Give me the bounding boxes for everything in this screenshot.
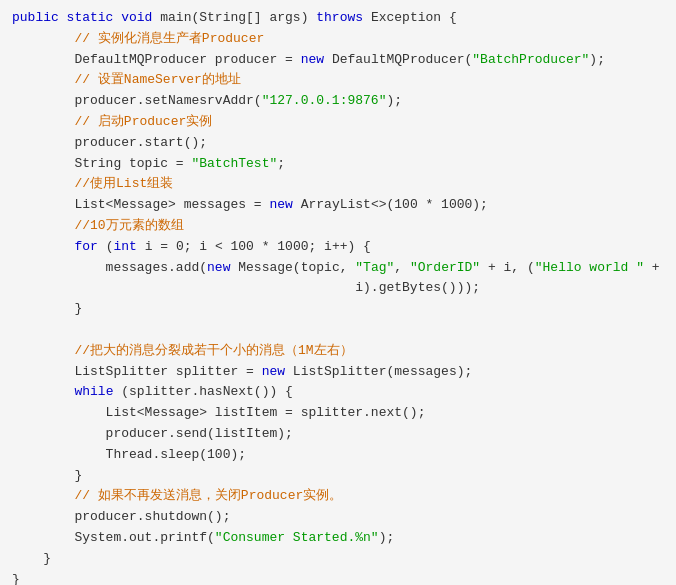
code-token: + bbox=[644, 260, 660, 275]
code-token: // 如果不再发送消息，关闭Producer实例。 bbox=[74, 488, 342, 503]
code-line: producer.start(); bbox=[12, 133, 664, 154]
code-token: List<Message> listItem = splitter.next()… bbox=[12, 405, 425, 420]
code-token: // 实例化消息生产者Producer bbox=[74, 31, 264, 46]
code-line: while (splitter.hasNext()) { bbox=[12, 382, 664, 403]
code-line: List<Message> messages = new ArrayList<>… bbox=[12, 195, 664, 216]
code-token: i).getBytes())); bbox=[12, 280, 480, 295]
code-token: while bbox=[74, 384, 121, 399]
code-line: // 启动Producer实例 bbox=[12, 112, 664, 133]
code-token: DefaultMQProducer producer = bbox=[12, 52, 301, 67]
code-token: (splitter.hasNext()) { bbox=[121, 384, 293, 399]
code-token bbox=[12, 218, 74, 233]
code-line: producer.send(listItem); bbox=[12, 424, 664, 445]
code-line: } bbox=[12, 549, 664, 570]
code-token: "127.0.0.1:9876" bbox=[262, 93, 387, 108]
code-token: for bbox=[74, 239, 105, 254]
code-token: //把大的消息分裂成若干个小的消息（1M左右） bbox=[74, 343, 352, 358]
code-line: //10万元素的数组 bbox=[12, 216, 664, 237]
code-token: ); bbox=[589, 52, 605, 67]
code-token: "BatchTest" bbox=[191, 156, 277, 171]
code-token: "BatchProducer" bbox=[472, 52, 589, 67]
code-token: Thread.sleep(100); bbox=[12, 447, 246, 462]
code-token: } bbox=[12, 572, 20, 585]
code-token: + i, ( bbox=[480, 260, 535, 275]
code-container: public static void main(String[] args) t… bbox=[0, 0, 676, 585]
code-token: producer.setNamesrvAddr( bbox=[12, 93, 262, 108]
code-token: int bbox=[113, 239, 144, 254]
code-token: // 设置NameServer的地址 bbox=[74, 72, 240, 87]
code-line: List<Message> listItem = splitter.next()… bbox=[12, 403, 664, 424]
code-line: // 实例化消息生产者Producer bbox=[12, 29, 664, 50]
code-token bbox=[12, 114, 74, 129]
code-token: void bbox=[121, 10, 160, 25]
code-token: producer.send(listItem); bbox=[12, 426, 293, 441]
code-line bbox=[12, 320, 664, 341]
code-line: } bbox=[12, 466, 664, 487]
code-token: // 启动Producer实例 bbox=[74, 114, 212, 129]
code-token: } bbox=[12, 551, 51, 566]
code-token: //使用List组装 bbox=[74, 176, 173, 191]
code-token: } bbox=[12, 301, 82, 316]
code-token bbox=[12, 239, 74, 254]
code-line: String topic = "BatchTest"; bbox=[12, 154, 664, 175]
code-block: public static void main(String[] args) t… bbox=[12, 8, 664, 585]
code-token bbox=[12, 31, 74, 46]
code-token: "OrderID" bbox=[410, 260, 480, 275]
code-token: new bbox=[301, 52, 332, 67]
code-token: public bbox=[12, 10, 67, 25]
code-token: static bbox=[67, 10, 122, 25]
code-line: Thread.sleep(100); bbox=[12, 445, 664, 466]
code-token: new bbox=[207, 260, 238, 275]
code-token: ); bbox=[379, 530, 395, 545]
code-line: ListSplitter splitter = new ListSplitter… bbox=[12, 362, 664, 383]
code-line: messages.add(new Message(topic, "Tag", "… bbox=[12, 258, 664, 279]
code-token: ListSplitter(messages); bbox=[293, 364, 472, 379]
code-token: "Consumer Started.%n" bbox=[215, 530, 379, 545]
code-token bbox=[12, 488, 74, 503]
code-token: //10万元素的数组 bbox=[74, 218, 183, 233]
code-token: "Hello world " bbox=[535, 260, 644, 275]
code-token: main(String[] args) bbox=[160, 10, 316, 25]
code-line: DefaultMQProducer producer = new Default… bbox=[12, 50, 664, 71]
code-token bbox=[12, 343, 74, 358]
code-token: ); bbox=[386, 93, 402, 108]
code-token bbox=[12, 384, 74, 399]
code-token: String topic = bbox=[12, 156, 191, 171]
code-line: public static void main(String[] args) t… bbox=[12, 8, 664, 29]
code-line: //把大的消息分裂成若干个小的消息（1M左右） bbox=[12, 341, 664, 362]
code-line: System.out.printf("Consumer Started.%n")… bbox=[12, 528, 664, 549]
code-token: DefaultMQProducer( bbox=[332, 52, 472, 67]
code-token: new bbox=[262, 364, 293, 379]
code-token: , bbox=[394, 260, 410, 275]
code-line: producer.setNamesrvAddr("127.0.0.1:9876"… bbox=[12, 91, 664, 112]
code-token: new bbox=[269, 197, 300, 212]
code-token bbox=[12, 176, 74, 191]
code-token: ; bbox=[277, 156, 285, 171]
code-token: ArrayList<>(100 * 1000); bbox=[301, 197, 488, 212]
code-line: } bbox=[12, 570, 664, 585]
code-line: producer.shutdown(); bbox=[12, 507, 664, 528]
code-token: List<Message> messages = bbox=[12, 197, 269, 212]
code-line: i).getBytes())); bbox=[12, 278, 664, 299]
code-token: System.out.printf( bbox=[12, 530, 215, 545]
code-token: i = 0; i < 100 * 1000; i++) { bbox=[145, 239, 371, 254]
code-token: "Tag" bbox=[355, 260, 394, 275]
code-line: //使用List组装 bbox=[12, 174, 664, 195]
code-line: } bbox=[12, 299, 664, 320]
code-token: producer.start(); bbox=[12, 135, 207, 150]
code-line: // 设置NameServer的地址 bbox=[12, 70, 664, 91]
code-token bbox=[12, 72, 74, 87]
code-line: // 如果不再发送消息，关闭Producer实例。 bbox=[12, 486, 664, 507]
code-token: producer.shutdown(); bbox=[12, 509, 230, 524]
code-line: for (int i = 0; i < 100 * 1000; i++) { bbox=[12, 237, 664, 258]
code-token: } bbox=[12, 468, 82, 483]
code-token: messages.add( bbox=[12, 260, 207, 275]
code-token: Exception { bbox=[371, 10, 457, 25]
code-token: ListSplitter splitter = bbox=[12, 364, 262, 379]
code-token: throws bbox=[316, 10, 371, 25]
code-token: Message(topic, bbox=[238, 260, 355, 275]
